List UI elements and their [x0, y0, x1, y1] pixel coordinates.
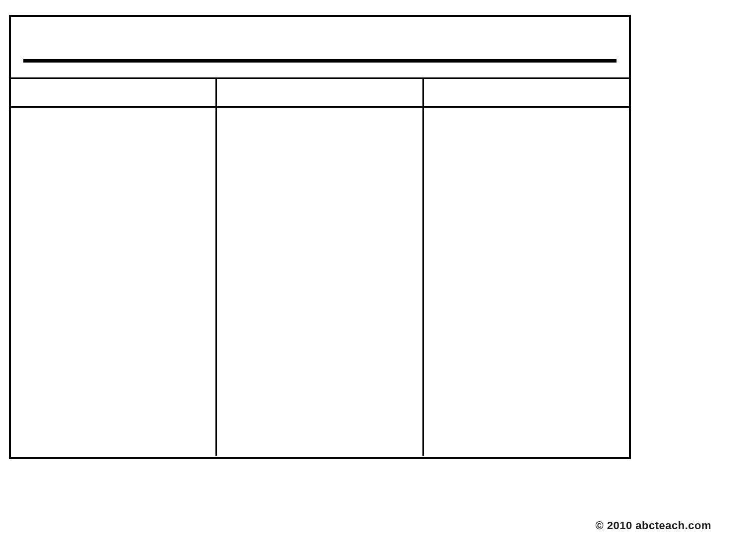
column-header-row	[11, 79, 629, 108]
title-blank-line[interactable]	[23, 59, 617, 63]
three-column-chart	[9, 15, 631, 459]
column-3-body[interactable]	[424, 108, 629, 456]
column-1-body[interactable]	[11, 108, 217, 456]
column-body-row	[11, 108, 629, 456]
title-section	[11, 17, 629, 79]
column-2-body[interactable]	[217, 108, 424, 456]
column-3-header[interactable]	[424, 79, 629, 106]
column-1-header[interactable]	[11, 79, 217, 106]
copyright-notice: © 2010 abcteach.com	[595, 519, 711, 532]
column-2-header[interactable]	[217, 79, 424, 106]
